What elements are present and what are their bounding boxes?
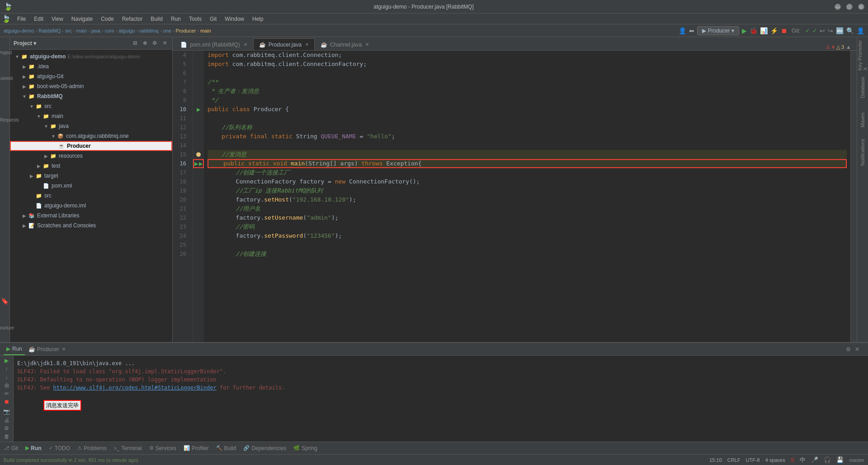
todo-tool-item[interactable]: ✓ TODO [49,445,70,451]
line-ending[interactable]: CRLF [727,457,741,463]
commit-icon[interactable]: Commit [0,74,16,83]
breadcrumb-item-6[interactable]: com [105,28,114,33]
print-button[interactable]: 🖨 [2,417,11,423]
breadcrumb-current-class[interactable]: Producer [176,28,196,33]
run-arrow-10-icon[interactable]: ▶ [197,107,200,113]
code-area[interactable]: import com.rabbitmq.client.Connection; i… [204,51,850,342]
breadcrumb-current-method[interactable]: main [200,28,211,33]
stop-button[interactable]: ⏹ [781,27,787,34]
git-check-icon[interactable]: ✓ [805,28,810,34]
tree-item-pom[interactable]: ▶ 📄 pom.xml [10,181,172,191]
git-tool-item[interactable]: ⎇ Git [4,445,18,451]
services-tool-item[interactable]: ⚙ Services [149,445,176,451]
slf4j-link[interactable]: http://www.slf4j.org/codes.html#StaticLo… [53,385,216,391]
tree-item-src[interactable]: ▼ 📁 src [10,101,172,111]
navigate-back-icon[interactable]: ⬅ [689,27,694,34]
menu-edit[interactable]: Edit [30,15,47,23]
pom-tab-close[interactable]: ✕ [244,42,247,47]
maximize-button[interactable]: □ [846,4,853,10]
tree-item-target[interactable]: ▶ 📁 target [10,171,172,181]
tree-item-scratches[interactable]: ▶ 📝 Scratches and Consoles [10,221,172,230]
run-tab[interactable]: ▶ Run [4,343,25,355]
notifications-sidebar[interactable]: Notifications [858,136,868,168]
vertical-scrollbar[interactable] [850,51,857,342]
menu-run[interactable]: Run [167,15,184,23]
run-arrow-16-icon[interactable]: ▶ [194,161,198,167]
database-sidebar[interactable]: Database [858,71,868,103]
tree-item-external-libs[interactable]: ▶ 📚 External Libraries [10,211,172,221]
run-button[interactable]: ▶ [742,27,747,34]
menu-git[interactable]: Git [206,15,220,23]
producer-tab-close[interactable]: ✕ [305,42,309,47]
run-config-close[interactable]: ✕ [62,347,66,352]
clear-button[interactable]: 🗑 [2,433,11,440]
tree-item-main[interactable]: ▼ 📁 main [10,111,172,121]
tree-item-idea[interactable]: ▶ 📁 .idea [10,61,172,71]
encoding[interactable]: UTF-8 [746,457,760,463]
dependencies-tool-item[interactable]: 🔗 Dependencies [243,445,286,451]
bookmarks-icon[interactable]: 🔖 [0,296,9,305]
profile-button[interactable]: ⚡ [770,27,778,34]
tree-item-git[interactable]: ▶ 📁 atguigu-Git [10,71,172,81]
indent-info[interactable]: 4 spaces [765,457,785,463]
scroll-down-button[interactable]: ↓ [2,374,11,380]
run-arrow2-16-icon[interactable]: ▶ [199,161,203,167]
search-icon[interactable]: 🔍 [846,27,854,34]
tree-item-test[interactable]: ▶ 📁 test [10,161,172,171]
tree-item-producer[interactable]: ☕ Producer [10,141,172,151]
breadcrumb-item-9[interactable]: one [163,28,171,33]
debug-button[interactable]: 🐞 [750,27,757,34]
stop-run-button[interactable]: ⏹ [2,399,11,405]
menu-window[interactable]: Window [221,15,248,23]
structure-icon[interactable]: Structure [0,324,17,333]
minimize-button[interactable]: — [835,4,841,10]
close-button[interactable]: ✕ [858,4,864,10]
menu-code[interactable]: Code [97,15,118,23]
settings-icon[interactable]: ⚙ [151,39,159,47]
close-panel-icon[interactable]: ✕ [160,39,169,47]
collapse-all-icon[interactable]: ⊟ [131,39,139,47]
terminal-tool-item[interactable]: >_ Terminal [114,445,142,451]
tree-item-iml[interactable]: ▶ 📄 atguigu-demo.iml [10,201,172,211]
locate-icon[interactable]: ⊕ [141,39,149,47]
tree-item-resources[interactable]: ▶ 📁 resources [10,151,172,161]
tab-producer[interactable]: ☕ Producer.java ✕ [253,38,315,50]
git-fwd-icon[interactable]: ↪ [828,27,833,34]
settings-button[interactable]: ⚙ [2,425,11,432]
build-tool-item[interactable]: 🔨 Build [216,445,236,451]
menu-navigate[interactable]: Navigate [68,15,96,23]
breadcrumb-item-3[interactable]: src [65,28,72,33]
gutter-run-16[interactable]: ▶ ▶ [193,159,204,168]
run-panel-close-icon[interactable]: ✕ [854,346,861,353]
maven-sidebar[interactable]: Maven [858,104,868,136]
run-config-button[interactable]: ▶ Producer ▾ [697,26,739,35]
vcs-icon[interactable]: 👤 [679,27,686,34]
spring-tool-item[interactable]: 🌿 Spring [293,445,317,451]
expand-button[interactable]: ⊞ [2,382,11,389]
breadcrumb-item-4[interactable]: main [76,28,87,33]
git-back-icon[interactable]: ↩ [820,27,825,34]
run-tool-item[interactable]: ▶ Run [25,445,41,451]
git-push-icon[interactable]: ✓ [812,28,817,34]
coverage-button[interactable]: 📊 [760,27,768,34]
tree-item-rabbitmq[interactable]: ▼ 📁 RabbitMQ [10,91,172,101]
tree-item-package[interactable]: ▼ 📦 com.atguigu.rabbitmq.one [10,131,172,141]
menu-refactor[interactable]: Refactor [118,15,146,23]
menu-file[interactable]: File [14,15,29,23]
problems-tool-item[interactable]: ⚠ Problems [77,445,107,451]
scroll-up-button[interactable]: ↑ [2,366,11,372]
user-icon[interactable]: 👤 [857,27,864,34]
channel-tab-close[interactable]: ✕ [365,42,369,47]
tree-item-java[interactable]: ▼ 📁 java [10,121,172,131]
key-promoter-sidebar[interactable]: Key Promoter X [858,39,868,70]
cursor-position[interactable]: 15:10 [709,457,722,463]
edit-run-button[interactable]: ✏ [2,390,11,397]
profiler-tool-item[interactable]: 📊 Profiler [184,445,209,451]
breadcrumb-item-2[interactable]: RabbitMQ [38,28,61,33]
breadcrumb-item-7[interactable]: atguigu [118,28,135,33]
menu-build[interactable]: Build [147,15,166,23]
gutter-run-10[interactable]: ▶ [193,105,204,114]
tab-channel[interactable]: ☕ Channel.java ✕ [315,38,375,50]
breadcrumb-item-1[interactable]: atguigu-demo [4,28,34,33]
tab-pom[interactable]: 📄 pom.xml (RabbitMQ) ✕ [175,38,253,50]
